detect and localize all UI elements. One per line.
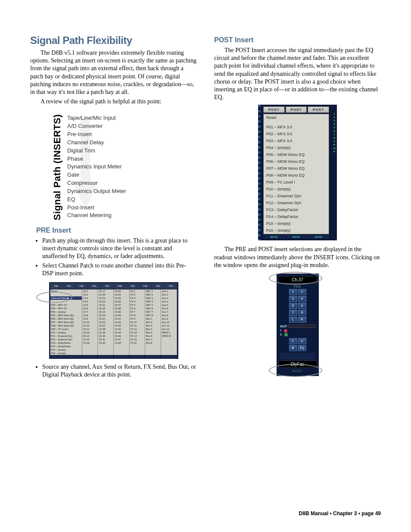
patch-item[interactable]: Ch.15 — [82, 338, 98, 341]
dropdown-item[interactable]: P13 – DelayFactor — [264, 206, 329, 213]
pre-tab[interactable]: PRE — [88, 283, 100, 289]
insert-slot[interactable] — [280, 353, 315, 360]
dropdown-item[interactable]: Reset — [264, 114, 329, 121]
patch-item[interactable]: Ch.42 — [114, 320, 129, 324]
patch-item[interactable]: Ch.2 — [82, 293, 98, 296]
assign-button[interactable]: 6 — [298, 303, 306, 309]
assign-button[interactable]: 5 — [289, 303, 297, 309]
patch-item[interactable]: Aux 5 — [161, 303, 177, 307]
patch-item[interactable]: Ch.5 — [82, 303, 98, 307]
patch-item[interactable]: FX 15 — [130, 338, 145, 341]
pre-tab[interactable]: PRE — [114, 283, 126, 289]
plugin-item[interactable]: P13 – DelayFactor — [50, 341, 82, 345]
phase-button[interactable]: Ø — [289, 345, 297, 351]
dropdown-item[interactable]: P14 – DelayFactor — [264, 213, 329, 220]
patch-item[interactable]: Aux 9 — [161, 317, 177, 320]
patch-item[interactable]: Ch.1 — [82, 289, 98, 293]
pre-tab[interactable]: PRE — [127, 283, 139, 289]
patch-item[interactable]: Ch.24 — [98, 314, 113, 317]
eq-button[interactable]: EQ — [298, 345, 306, 351]
plugin-item[interactable]: P04 – (empty) — [50, 310, 82, 314]
dropdown-item[interactable]: P04 – (empty) — [264, 144, 329, 151]
patch-item[interactable]: RET 3 — [145, 296, 161, 300]
patch-item[interactable] — [161, 338, 177, 341]
patch-item[interactable]: SPDF-R — [161, 334, 177, 338]
patch-item[interactable]: Ch.11 — [82, 324, 98, 327]
patch-item[interactable]: Ch.12 — [82, 327, 98, 331]
patch-item[interactable]: Ch.21 — [98, 303, 113, 307]
dropdown-item[interactable]: P09 – TC Level I — [264, 179, 329, 186]
patch-item[interactable] — [161, 341, 177, 345]
patch-item[interactable]: Aux 8 — [161, 314, 177, 317]
patch-item[interactable]: Ch.9 — [82, 317, 98, 320]
pre-tab[interactable]: PRE — [63, 283, 75, 289]
dropdown-item[interactable]: P16 – (empty) — [264, 227, 329, 234]
patch-item[interactable]: Ch.46 — [114, 334, 129, 338]
patch-item[interactable]: Bus 6 — [145, 334, 161, 338]
patch-item[interactable]: Ch.40 — [114, 314, 129, 317]
assign-button[interactable]: 8 — [298, 310, 306, 316]
dropdown-item[interactable]: P03 – MFX 3.0 — [264, 137, 329, 144]
patch-item[interactable]: RET 5 — [145, 303, 161, 307]
assign-button[interactable]: 7 — [289, 310, 297, 316]
plugin-item[interactable]: P14 – DelayFactor — [50, 345, 82, 348]
patch-item[interactable]: FX 16 — [130, 341, 145, 345]
c-button[interactable]: C — [289, 338, 297, 344]
patch-item[interactable]: Ch.39 — [114, 310, 129, 314]
patch-item[interactable]: Ch.34 — [114, 293, 129, 296]
patch-item[interactable]: Ch.20 — [98, 300, 113, 303]
pre-tab[interactable]: PRE — [76, 283, 88, 289]
patch-item[interactable]: Ch.13 — [82, 331, 98, 334]
patch-item[interactable]: FX 14 — [130, 334, 145, 338]
plugin-item[interactable]: P05 – MDV Mono EQ — [50, 314, 82, 317]
patch-item[interactable]: Bus 4 — [145, 327, 161, 331]
patch-item[interactable]: Ch.16 — [82, 341, 98, 345]
patch-item[interactable]: Ch.14 — [82, 334, 98, 338]
assign-button[interactable]: 4 — [298, 296, 306, 302]
patch-item[interactable]: FX 8 — [130, 314, 145, 317]
patch-item[interactable]: FX 10 — [130, 320, 145, 324]
patch-item[interactable]: Ch.26 — [98, 320, 113, 324]
patch-item[interactable]: FX 4 — [130, 300, 145, 303]
patch-item[interactable]: Ch.47 — [114, 338, 129, 341]
dropdown-item[interactable]: P07 – MDW Mono EQ — [264, 165, 329, 172]
post-dropdown-menu[interactable]: ResetP01 – MFX 3.0P02 – MFX 3.0P03 – MFX… — [263, 114, 329, 234]
patch-item[interactable]: Ch.43 — [114, 324, 129, 327]
assign-button[interactable]: 3 — [289, 296, 297, 302]
plugin-item[interactable]: P02 – MFX 3.0 — [50, 303, 82, 307]
patch-item[interactable]: Aux 6 — [161, 307, 177, 310]
patch-item[interactable]: Bus 7 — [145, 338, 161, 341]
pre-tab[interactable]: PRE — [140, 283, 152, 289]
patch-item[interactable]: Ch.45 — [114, 331, 129, 334]
patch-item[interactable]: Ch.6 — [82, 307, 98, 310]
patch-item[interactable]: RET 2 — [145, 293, 161, 296]
patch-item[interactable]: Ch.7 — [82, 310, 98, 314]
dropdown-item[interactable]: P12 – Drawmer Dyn — [264, 199, 329, 206]
patch-item[interactable]: RET 1 — [145, 289, 161, 293]
plugin-item[interactable]: P03 – MFX 3.0 — [50, 307, 82, 310]
patch-item[interactable]: SPDF-L — [161, 331, 177, 334]
patch-item[interactable]: Ch.22 — [98, 307, 113, 310]
patch-item[interactable]: FX 13 — [130, 331, 145, 334]
patch-item[interactable]: Ch.27 — [98, 324, 113, 327]
plugin-item[interactable]: P15 – (empty) — [50, 348, 82, 352]
dropdown-item[interactable]: P05 – MDW Mono EQ — [264, 151, 329, 158]
dropdown-item[interactable]: P08 – MDW Mono EQ — [264, 172, 329, 179]
patch-item[interactable]: Ch.44 — [114, 327, 129, 331]
post-tab[interactable]: POST — [308, 106, 329, 113]
patch-item[interactable]: Aux 1 — [161, 289, 177, 293]
patch-item[interactable]: Ch.8 — [82, 314, 98, 317]
patch-item[interactable]: RET 7 — [145, 310, 161, 314]
patch-item[interactable]: Ch.37 — [114, 303, 129, 307]
g-button[interactable]: G — [298, 338, 306, 344]
dropdown-item[interactable]: P01 – MFX 3.0 — [264, 124, 329, 131]
patch-item[interactable]: Bus 1 — [145, 317, 161, 320]
r-button[interactable]: R — [298, 317, 306, 323]
dropdown-item[interactable]: P15 – (empty) — [264, 220, 329, 227]
plugin-item[interactable]: P09 – TC Level I — [50, 327, 82, 331]
dropdown-item[interactable]: P02 – MFX 3.0 — [264, 131, 329, 137]
patch-item[interactable]: Ch.19 — [98, 296, 113, 300]
plugin-item[interactable]: P11 – Drawmer Dyn — [50, 334, 82, 338]
plugin-item[interactable]: P10 – (empty) — [50, 331, 82, 334]
patch-item[interactable]: Aux 3 — [161, 296, 177, 300]
